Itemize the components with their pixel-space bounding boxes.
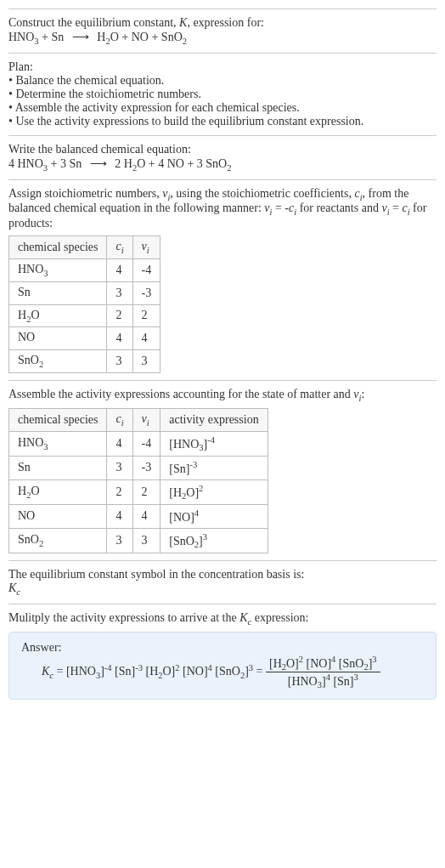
cell: [SnO2]3 — [161, 528, 268, 553]
k: K — [8, 582, 16, 594]
plus: + — [149, 31, 161, 43]
col-ci: ci — [107, 408, 132, 431]
balanced-section: Write the balanced chemical equation: 4 … — [8, 135, 437, 179]
plus: + — [39, 31, 52, 43]
denominator: [HNO3]4 [Sn]3 — [266, 672, 380, 689]
unbalanced-equation: HNO3 + Sn ⟶ H2O + NO + SnO2 — [8, 30, 437, 46]
sp: SnO — [18, 354, 39, 366]
term: [Sn] — [112, 665, 136, 678]
exp: 3 — [354, 672, 358, 682]
kc-symbol: Kc — [8, 582, 437, 597]
symbol-section: The equilibrium constant symbol in the c… — [8, 560, 437, 604]
sub: 2 — [227, 163, 231, 173]
cell: NO — [9, 505, 107, 529]
cell: Sn — [9, 457, 107, 480]
cell: 4 — [107, 431, 132, 456]
col-vi: νi — [132, 236, 161, 259]
sub: i — [147, 418, 149, 428]
act: [HNO — [169, 437, 199, 450]
plan-bullet: • Determine the stoichiometric numbers. — [8, 88, 437, 101]
term: 2 H — [112, 157, 132, 170]
act: O] — [186, 485, 199, 498]
text: Mulitply the activity expressions to arr… — [8, 611, 239, 624]
table-header-row: chemical species ci νi — [9, 236, 161, 259]
cell: 2 — [107, 304, 132, 327]
cell: SnO2 — [9, 350, 107, 373]
sub: 2 — [183, 37, 187, 46]
sub: i — [121, 418, 124, 428]
plan-bullet: • Use the activity expressions to build … — [8, 115, 437, 128]
col-species: chemical species — [9, 236, 107, 259]
cell: 4 — [132, 505, 161, 529]
act: [SnO — [169, 534, 194, 547]
sub: c — [16, 587, 20, 597]
answer-expression: Kc = [HNO3]-4 [Sn]-3 [H2O]2 [NO]4 [SnO2]… — [21, 655, 424, 690]
cell: H2O — [9, 479, 107, 504]
table-row: Sn3-3 — [9, 281, 161, 304]
sp: HNO — [18, 436, 43, 449]
sp: HNO — [18, 263, 43, 275]
cell: -3 — [132, 457, 161, 480]
table-row: HNO34-4[HNO3]-4 — [9, 431, 268, 456]
table-row: NO44 — [9, 327, 161, 350]
cell: HNO3 — [9, 258, 107, 281]
cell: [NO]4 — [161, 505, 268, 529]
term: [NO] — [303, 656, 331, 669]
exp: 2 — [199, 484, 203, 493]
sp: SnO — [18, 533, 39, 546]
cell: 4 — [132, 327, 161, 350]
term: [H — [269, 656, 282, 669]
species: HNO — [8, 31, 34, 43]
sp: H — [18, 309, 26, 321]
text: Construct the equilibrium constant, — [8, 16, 179, 29]
cell: 4 — [107, 327, 132, 350]
stoich-section: Assign stoichiometric numbers, νi, using… — [8, 179, 437, 380]
sp: NO — [18, 331, 35, 343]
cell: SnO2 — [9, 528, 107, 553]
col-ci: ci — [107, 236, 132, 259]
cell: 2 — [107, 479, 132, 504]
numerator: [H2O]2 [NO]4 [SnO2]3 — [266, 655, 380, 672]
table-header-row: chemical species ci νi activity expressi… — [9, 408, 268, 431]
species: SnO — [161, 31, 183, 43]
table-row: Sn3-3[Sn]-3 — [9, 457, 268, 480]
cell: NO — [9, 327, 107, 350]
species: H — [97, 31, 105, 43]
cell: 2 — [132, 304, 161, 327]
text: Assign stoichiometric numbers, — [8, 187, 162, 200]
activity-section: Assemble the activity expressions accoun… — [8, 380, 437, 560]
cell: [HNO3]-4 — [161, 431, 268, 456]
exp: -4 — [207, 435, 215, 445]
text: , expression for: — [187, 16, 264, 29]
exp: 3 — [203, 532, 207, 542]
eq: = — [253, 665, 266, 678]
fraction: [H2O]2 [NO]4 [SnO2]3[HNO3]4 [Sn]3 — [266, 655, 380, 690]
plan-bullet: • Assemble the activity expression for e… — [8, 101, 437, 115]
sub: 3 — [43, 269, 48, 278]
term: [H — [143, 665, 158, 678]
stoich-table: chemical species ci νi HNO34-4 Sn3-3 H2O… — [8, 235, 161, 373]
sub: 3 — [43, 442, 48, 451]
exp: -3 — [189, 460, 197, 469]
act: [Sn] — [169, 462, 189, 475]
act: [H — [169, 485, 182, 498]
text: for reactants and — [296, 201, 381, 214]
prompt-section: Construct the equilibrium constant, K, e… — [8, 9, 437, 53]
plan-section: Plan: • Balance the chemical equation. •… — [8, 53, 437, 135]
sp: H — [18, 485, 26, 497]
cell: 3 — [132, 350, 161, 373]
term: [NO] — [180, 665, 208, 678]
table-row: NO44[NO]4 — [9, 505, 268, 529]
cell: -4 — [132, 431, 161, 456]
text: : — [361, 388, 364, 400]
cell: 3 — [132, 528, 161, 553]
balanced-equation: 4 HNO3 + 3 Sn ⟶ 2 H2O + 4 NO + 3 SnO2 — [8, 156, 437, 173]
cell: -4 — [132, 258, 161, 281]
sub: 2 — [39, 539, 43, 548]
cell: 3 — [107, 350, 132, 373]
k: K — [42, 665, 49, 678]
k-symbol: K — [179, 16, 187, 29]
text: = — [390, 201, 403, 214]
term: O] — [163, 665, 176, 678]
cell: 2 — [132, 479, 161, 504]
